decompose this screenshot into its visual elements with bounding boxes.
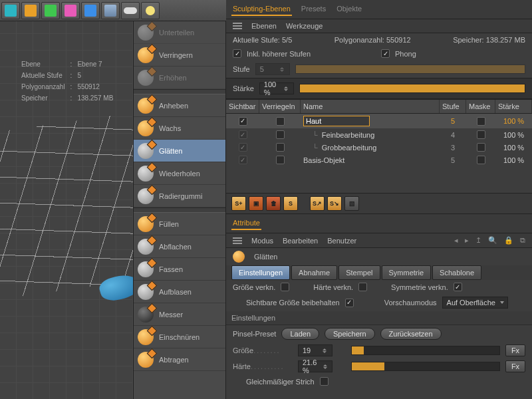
array-tool-button[interactable]	[41, 2, 60, 19]
layer-row[interactable]: Basis-Objekt5100 %	[226, 154, 532, 166]
subtab-ebenen[interactable]: Ebenen	[251, 22, 277, 30]
atab-einstellungen[interactable]: Einstellungen	[231, 265, 290, 280]
tool-fassen[interactable]: Fassen	[134, 258, 225, 281]
btn-zuruecksetzen[interactable]: Zurücksetzen	[380, 328, 442, 340]
btn-layer-action-2[interactable]: S↗	[310, 196, 325, 211]
field-staerke[interactable]: 100 %	[259, 82, 294, 94]
lock-icon[interactable]: 🔒	[504, 236, 513, 245]
tab-presets[interactable]: Presets	[300, 3, 327, 16]
tool-aufblasen[interactable]: Aufblasen	[134, 281, 225, 303]
chk-layer-visible[interactable]	[239, 117, 247, 126]
layer-table-header: Sichtbar Verriegeln Name Stufe Maske Stä…	[226, 99, 532, 114]
layer-name-input[interactable]	[303, 116, 370, 126]
btn-delete-layer[interactable]: 🗑	[266, 196, 281, 211]
tab-attribute[interactable]: Attribute	[231, 217, 261, 230]
viewport[interactable]: Ebene:Ebene 7 Aktuelle Stufe:5 Polygonan…	[0, 21, 133, 399]
dropdown-vorschaumodus[interactable]: Auf Oberfläche	[442, 297, 508, 309]
chk-groesse-verkn[interactable]	[281, 283, 289, 291]
layer-row[interactable]: └Feinbearbeitung4100 %	[226, 128, 532, 141]
atab-abnahme[interactable]: Abnahme	[291, 265, 337, 280]
tool-abflachen[interactable]: Abflachen	[134, 235, 225, 258]
hamburger-icon[interactable]	[233, 237, 242, 244]
btn-add-layer[interactable]: S+	[231, 196, 246, 211]
new-window-icon[interactable]: ⧉	[520, 236, 525, 245]
right-panel: Sculpting-Ebenen Presets Objekte Ebenen …	[226, 0, 532, 399]
slider-stufe[interactable]	[295, 65, 525, 74]
nav-fwd-icon[interactable]: ▸	[465, 236, 469, 245]
layer-strength: 100 %	[495, 117, 532, 125]
slider-haerte[interactable]	[351, 362, 500, 371]
chk-symmetrie-verkn[interactable]	[454, 283, 462, 291]
tool-label: Messer	[159, 311, 183, 319]
btn-layer-action-4[interactable]: ▧	[344, 196, 359, 211]
menu-benutzer[interactable]: Benutzer	[327, 237, 356, 245]
chk-layer-visible[interactable]	[239, 130, 247, 139]
tool-wachs[interactable]: Wachs	[134, 117, 225, 140]
atab-symmetrie[interactable]: Symmetrie	[382, 265, 432, 280]
tool-abtragen[interactable]: Abtragen	[134, 348, 225, 371]
chk-phong[interactable]	[381, 49, 390, 58]
field-stufe[interactable]: 5	[255, 63, 290, 75]
atab-stempel[interactable]: Stempel	[338, 265, 380, 280]
nav-up-icon[interactable]: ↥	[475, 236, 481, 245]
emitter-tool-button[interactable]	[61, 2, 80, 19]
btn-speichern[interactable]: Speichern	[325, 328, 375, 340]
subtab-werkzeuge[interactable]: Werkzeuge	[286, 22, 323, 30]
chk-layer-mask[interactable]	[477, 130, 485, 139]
tool-einschnüren[interactable]: Einschnüren	[134, 326, 225, 348]
search-icon[interactable]: 🔍	[488, 236, 497, 245]
layer-level: 5	[440, 117, 466, 125]
chk-layer-mask[interactable]	[477, 143, 485, 152]
chk-layer-visible[interactable]	[239, 156, 247, 164]
cube-tool-button[interactable]	[1, 2, 20, 19]
menu-modus[interactable]: Modus	[251, 237, 273, 245]
chk-inkl-hoeher[interactable]	[233, 49, 241, 58]
btn-add-folder[interactable]: ▣	[249, 196, 263, 211]
atab-schablone[interactable]: Schablone	[432, 265, 481, 280]
field-groesse[interactable]: 19	[298, 344, 332, 356]
chk-haerte-verkn[interactable]	[358, 283, 367, 291]
tool-messer[interactable]: Messer	[134, 303, 225, 326]
chk-layer-lock[interactable]	[276, 156, 285, 164]
nav-back-icon[interactable]: ◂	[454, 236, 458, 245]
spline-tool-button[interactable]	[21, 2, 40, 19]
layer-row[interactable]: └Grobbearbeitung3100 %	[226, 141, 532, 154]
tool-wiederholen[interactable]: Wiederholen	[134, 162, 225, 185]
floor-tool-button[interactable]	[101, 2, 120, 19]
tool-verringern[interactable]: Verringern	[134, 44, 225, 66]
tool-füllen[interactable]: Füllen	[134, 213, 225, 235]
tool-glätten[interactable]: Glätten	[134, 140, 225, 162]
chk-layer-visible[interactable]	[239, 143, 247, 152]
chk-layer-lock[interactable]	[276, 117, 285, 126]
lbl-groesse-verkn: Größe verkn.	[233, 283, 275, 291]
slider-groesse[interactable]	[351, 346, 500, 355]
btn-fx-haerte[interactable]: Fx	[505, 360, 525, 372]
menu-bearbeiten[interactable]: Bearbeiten	[283, 237, 318, 245]
layer-level: 5	[440, 156, 466, 164]
btn-layer-action-1[interactable]: S	[283, 196, 298, 211]
render-view-button[interactable]	[121, 2, 140, 19]
chk-layer-lock[interactable]	[276, 130, 285, 139]
chk-gleichmaessig[interactable]	[320, 377, 329, 386]
btn-layer-action-3[interactable]: S↘	[327, 196, 342, 211]
hamburger-icon[interactable]	[233, 23, 242, 29]
field-haerte[interactable]: 21.6 %	[298, 360, 332, 372]
tool-unterteilen[interactable]: Unterteilen	[134, 21, 225, 44]
btn-laden[interactable]: Laden	[281, 328, 319, 340]
deformer-tool-button[interactable]	[81, 2, 100, 19]
chk-sichtbare-groesse[interactable]	[345, 299, 354, 307]
tool-radiergummi[interactable]: Radiergummi	[134, 185, 225, 207]
chk-layer-mask[interactable]	[477, 117, 485, 126]
tool-anheben[interactable]: Anheben	[134, 94, 225, 117]
tab-sculpting-ebenen[interactable]: Sculpting-Ebenen	[231, 3, 292, 16]
light-tool-button[interactable]	[141, 2, 160, 19]
lbl-symmetrie-verkn: Symmetrie verkn.	[391, 283, 448, 291]
btn-fx-groesse[interactable]: Fx	[505, 344, 525, 356]
tool-erhöhen[interactable]: Erhöhen	[134, 66, 225, 89]
sculpt-tool-palette: UnterteilenVerringernErhöhenAnhebenWachs…	[133, 21, 226, 399]
slider-staerke[interactable]	[299, 84, 525, 93]
chk-layer-lock[interactable]	[276, 143, 285, 152]
tab-objekte[interactable]: Objekte	[335, 3, 363, 16]
layer-row[interactable]: 5100 %	[226, 114, 532, 128]
chk-layer-mask[interactable]	[477, 156, 485, 164]
